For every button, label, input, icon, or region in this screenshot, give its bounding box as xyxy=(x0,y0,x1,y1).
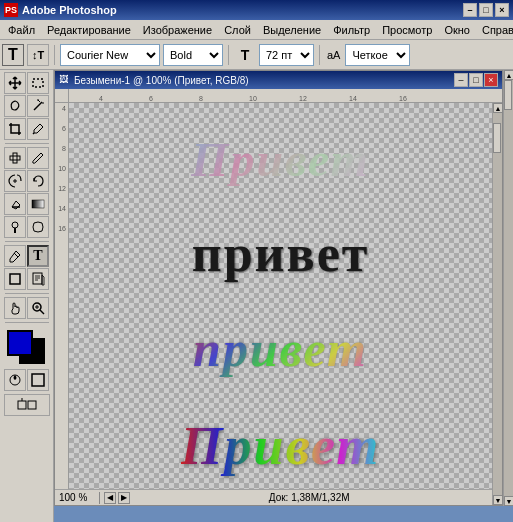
vertical-scrollbar: ▲ ▼ xyxy=(492,103,502,505)
crop-tool[interactable] xyxy=(4,118,26,140)
svg-rect-6 xyxy=(13,153,17,163)
svg-line-4 xyxy=(38,100,40,102)
zoom-icon xyxy=(31,301,45,315)
menu-layer[interactable]: Слой xyxy=(218,22,257,38)
ruler-left-14: 14 xyxy=(55,205,68,225)
ruler-corner xyxy=(55,89,69,103)
quick-mask-btn[interactable] xyxy=(4,369,26,391)
font-family-select[interactable]: Courier New xyxy=(60,44,160,66)
magic-wand-tool[interactable] xyxy=(27,95,49,117)
history-tool[interactable] xyxy=(27,170,49,192)
menu-view[interactable]: Просмотр xyxy=(376,22,438,38)
doc-maximize-button[interactable]: □ xyxy=(469,73,483,87)
gradient-tool[interactable] xyxy=(27,193,49,215)
menu-filter[interactable]: Фильтр xyxy=(327,22,376,38)
marquee-tool[interactable] xyxy=(27,72,49,94)
move-tool[interactable] xyxy=(4,72,26,94)
foreground-color-swatch[interactable] xyxy=(7,330,33,356)
tool-group-3 xyxy=(4,118,49,140)
lasso-tool[interactable] xyxy=(4,95,26,117)
eraser-tool[interactable] xyxy=(4,193,26,215)
scroll-thumb[interactable] xyxy=(493,123,501,153)
text-tool-T-icon: T xyxy=(33,248,42,264)
menu-select[interactable]: Выделение xyxy=(257,22,327,38)
right-scroll-up[interactable]: ▲ xyxy=(504,70,513,80)
notes-icon xyxy=(31,272,45,286)
smudge-tool[interactable] xyxy=(27,216,49,238)
text-line-2: привет xyxy=(192,225,370,282)
shape-tool[interactable] xyxy=(4,268,26,290)
scroll-up-button[interactable]: ▲ xyxy=(493,103,502,113)
svg-line-5 xyxy=(33,133,34,134)
lasso-icon xyxy=(8,99,22,113)
dodge-tool[interactable] xyxy=(4,216,26,238)
pen-tool[interactable] xyxy=(4,245,26,267)
magic-wand-icon xyxy=(31,99,45,113)
heal-tool[interactable] xyxy=(4,147,26,169)
svg-point-12 xyxy=(12,222,18,228)
screen-mode-icon xyxy=(31,373,45,387)
ruler-left-16: 16 xyxy=(55,225,68,245)
scroll-down-button[interactable]: ▼ xyxy=(493,495,502,505)
eyedropper-tool[interactable] xyxy=(27,118,49,140)
document-titlebar: 🖼 Безымени-1 @ 100% (Привет, RGB/8) – □ … xyxy=(55,71,502,89)
notes-tool[interactable] xyxy=(27,268,49,290)
text-tool-button[interactable]: T xyxy=(2,44,24,66)
text-layer-1: Привет xyxy=(191,132,370,187)
menu-image[interactable]: Изображение xyxy=(137,22,218,38)
right-scroll-track xyxy=(504,80,513,496)
marquee-icon xyxy=(31,76,45,90)
shape-icon xyxy=(8,272,22,286)
orientation-button[interactable]: ↕T xyxy=(27,44,49,66)
brush-tool[interactable] xyxy=(27,147,49,169)
doc-window-buttons: – □ × xyxy=(454,73,498,87)
maximize-button[interactable]: □ xyxy=(479,3,493,17)
clone-tool[interactable] xyxy=(4,170,26,192)
right-scroll-down[interactable]: ▼ xyxy=(504,496,513,506)
text-layers: Привет привет привет Привет xyxy=(69,103,492,505)
menu-help[interactable]: Справк... xyxy=(476,22,513,38)
main-area: T xyxy=(0,70,513,522)
svg-rect-27 xyxy=(28,401,36,409)
tool-group-1 xyxy=(4,72,49,94)
minimize-button[interactable]: – xyxy=(463,3,477,17)
doc-close-button[interactable]: × xyxy=(484,73,498,87)
title-bar-buttons: – □ × xyxy=(463,3,509,17)
menu-file[interactable]: Файл xyxy=(2,22,41,38)
toolbox: T xyxy=(0,70,54,522)
tool-sep-2 xyxy=(5,241,49,242)
font-size-select[interactable]: 72 пт xyxy=(259,44,314,66)
app-title: Adobe Photoshop xyxy=(22,4,463,16)
ruler-left-12: 12 xyxy=(55,185,68,205)
status-prev-button[interactable]: ◀ xyxy=(104,492,116,504)
toolbar: T ↕T Courier New Bold T 72 пт аА Четкое xyxy=(0,40,513,70)
document-window: 🖼 Безымени-1 @ 100% (Привет, RGB/8) – □ … xyxy=(54,70,503,506)
zoom-tool[interactable] xyxy=(27,297,49,319)
jump-icon xyxy=(17,398,37,412)
status-nav-buttons: ◀ ▶ xyxy=(104,492,130,504)
antialiasing-select[interactable]: Четкое xyxy=(345,44,410,66)
text-layer-3: привет xyxy=(193,320,368,378)
text-tool[interactable]: T xyxy=(27,245,49,267)
pen-icon xyxy=(8,249,22,263)
eraser-icon xyxy=(8,197,22,211)
document-title: Безымени-1 @ 100% (Привет, RGB/8) xyxy=(74,75,454,86)
menu-window[interactable]: Окно xyxy=(438,22,476,38)
svg-rect-26 xyxy=(18,401,26,409)
jump-to-ir-btn[interactable] xyxy=(4,394,50,416)
svg-line-14 xyxy=(14,253,18,257)
ruler-mark-6: 6 xyxy=(149,95,153,102)
close-button[interactable]: × xyxy=(495,3,509,17)
menu-edit[interactable]: Редактирование xyxy=(41,22,137,38)
font-style-select[interactable]: Bold xyxy=(163,44,223,66)
right-scrollbar: ▲ ▼ xyxy=(503,70,513,506)
right-scroll-thumb[interactable] xyxy=(504,80,512,110)
screen-mode-btn[interactable] xyxy=(27,369,49,391)
tool-group-jump xyxy=(4,394,50,416)
hand-tool[interactable] xyxy=(4,297,26,319)
doc-minimize-button[interactable]: – xyxy=(454,73,468,87)
zoom-level: 100 % xyxy=(59,492,87,503)
svg-rect-0 xyxy=(33,79,43,87)
status-next-button[interactable]: ▶ xyxy=(118,492,130,504)
svg-rect-11 xyxy=(32,200,44,208)
